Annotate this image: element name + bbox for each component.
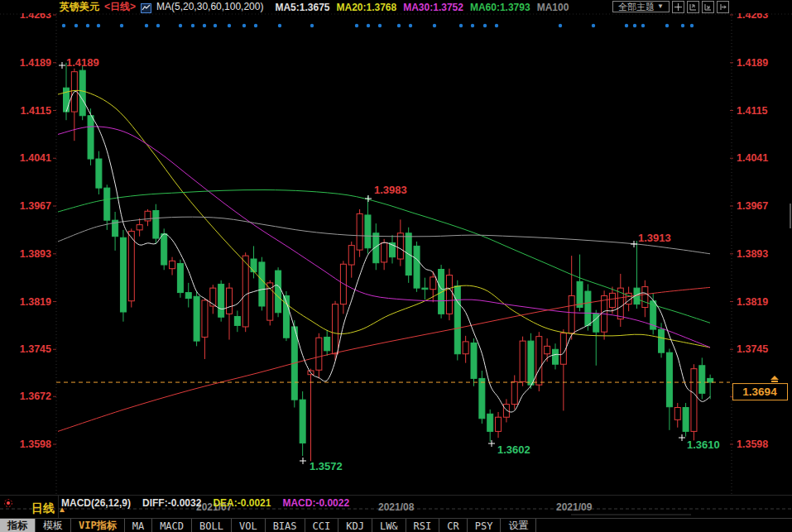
price-annotation-high-1: 1.3983: [374, 184, 407, 196]
tab-vip-indicators[interactable]: VIP指标: [71, 519, 125, 532]
signal-dot: [641, 24, 645, 27]
tab-ma[interactable]: MA: [125, 519, 152, 532]
y-axis-label-right-4: 1.3967: [737, 200, 768, 212]
ma-value-2: MA30:1.3752: [403, 2, 463, 13]
ma-value-0: MA5:1.3675: [275, 2, 329, 13]
signal-dot: [592, 24, 595, 27]
tab-cr[interactable]: CR: [439, 519, 467, 532]
y-axis-label-right-5: 1.3893: [737, 248, 768, 260]
price-annotation-low-5: 1.3610: [687, 439, 720, 451]
signal-dot: [690, 24, 694, 27]
zoom-out-tool-button[interactable]: [702, 1, 714, 13]
signal-dot: [355, 24, 358, 27]
crosshair-tool-button[interactable]: [672, 1, 684, 13]
y-axis-label-right-6: 1.3819: [737, 296, 768, 308]
extreme-cross-marker: [300, 458, 306, 464]
zoom-in-tool-button[interactable]: [687, 1, 699, 13]
ma-values-group: MA5:1.3675MA20:1.3768MA30:1.3752MA60:1.3…: [268, 0, 569, 14]
signal-dot: [145, 24, 148, 27]
ma-value-1: MA20:1.3768: [336, 2, 396, 13]
y-axis-label-left-6: 1.3819: [20, 296, 51, 308]
signal-dot: [459, 24, 463, 27]
signal-dot: [228, 24, 231, 27]
extreme-cross-marker: [59, 62, 65, 69]
date-axis-label-2: 2021/09: [556, 501, 592, 513]
macd-diff-value: DIFF:-0.0032: [142, 497, 201, 509]
ma-value-3: MA60:1.3793: [470, 2, 530, 13]
signal-dot: [62, 24, 65, 27]
y-axis-label-left-8: 1.3672: [20, 391, 51, 402]
pane-separator: [0, 495, 792, 496]
scrollbar-thumb[interactable]: [790, 204, 791, 228]
y-axis-label-right-9: 1.3598: [737, 439, 768, 450]
price-annotation-low-3: 1.3572: [310, 460, 343, 472]
signal-dot: [156, 24, 160, 27]
signal-dot: [471, 24, 474, 27]
signal-dot: [633, 24, 636, 27]
y-axis-label-left-9: 1.3598: [20, 439, 51, 450]
tab-psy[interactable]: PSY: [468, 519, 502, 532]
signal-dot: [433, 24, 436, 27]
signal-dot: [625, 24, 628, 27]
trading-app-window: 英镑美元 <日线> MA(5,20,30,60,100,200) MA5:1.3…: [0, 0, 792, 532]
theme-dropdown-button[interactable]: 全部主题 ▼: [612, 1, 670, 12]
y-axis-label-left-7: 1.3745: [20, 343, 51, 355]
y-axis-label-left-1: 1.4189: [20, 57, 51, 69]
tab-settings[interactable]: 设置: [501, 519, 536, 532]
tab-boll[interactable]: BOLL: [192, 519, 232, 532]
y-axis-label-left-4: 1.3967: [20, 200, 51, 212]
price-annotation-high-0: 1.4189: [66, 56, 99, 69]
extreme-cross-marker: [631, 241, 637, 247]
indicator-tab-bar: 指标模板VIP指标MAMACDBOLLVOLBIASCCIKDJLW&RSICR…: [0, 519, 792, 532]
signal-dot: [397, 24, 401, 27]
signal-dot: [203, 24, 206, 27]
signal-dot: [483, 24, 487, 27]
period-selector-label: 日线: [31, 501, 55, 516]
y-axis-label-right-1: 1.4189: [737, 57, 768, 69]
signal-dot: [367, 24, 370, 27]
price-annotation-low-4: 1.3602: [497, 443, 530, 456]
alert-indicator-icon[interactable]: [3, 496, 13, 506]
tab-kdj[interactable]: KDJ: [338, 519, 372, 532]
price-annotation-high-2: 1.3913: [638, 232, 671, 244]
tab-cci[interactable]: CCI: [305, 519, 339, 532]
signal-dot: [120, 24, 123, 27]
y-axis-label-right-2: 1.4115: [737, 105, 768, 117]
tab-bias[interactable]: BIAS: [266, 519, 305, 532]
signal-dot: [681, 24, 684, 27]
signal-dot: [242, 24, 246, 27]
extreme-cross-marker: [488, 440, 495, 447]
tab-rsi[interactable]: RSI: [406, 519, 440, 532]
candlestick-chart[interactable]: 1.42631.42631.41891.41891.41151.41151.40…: [0, 0, 792, 518]
tab-templates[interactable]: 模板: [36, 519, 71, 532]
chart-header-bar: 英镑美元 <日线> MA(5,20,30,60,100,200) MA5:1.3…: [0, 0, 792, 13]
macd-dea-value: DEA:-0.0021: [213, 497, 271, 509]
pan-right-tool-button[interactable]: [717, 1, 729, 13]
y-axis-label-right-3: 1.4041: [737, 152, 768, 164]
y-axis-label-left-3: 1.4041: [20, 152, 51, 164]
signal-dot: [191, 24, 194, 27]
signal-dot: [74, 24, 78, 27]
signal-dot: [86, 24, 89, 27]
y-axis-label-left-5: 1.3893: [20, 248, 51, 260]
signal-dot: [559, 24, 562, 27]
tab-vol[interactable]: VOL: [232, 519, 266, 532]
tab-macd[interactable]: MACD: [152, 519, 192, 532]
y-axis-label-left-2: 1.4115: [20, 105, 51, 117]
theme-dropdown-label: 全部主题: [618, 2, 655, 12]
macd-value: MACD:-0.0022: [282, 497, 349, 509]
ma-value-4: MA100: [537, 2, 569, 13]
signal-dot: [378, 24, 382, 27]
signal-dot: [97, 24, 100, 27]
extreme-cross-marker: [365, 195, 372, 202]
macd-pane-header: MACD(26,12,9) DIFF:-0.0032 DEA:-0.0021 M…: [61, 497, 349, 509]
date-axis-label-1: 2021/08: [378, 501, 414, 513]
line-chart-icon[interactable]: [141, 2, 151, 12]
tab-indicators[interactable]: 指标: [0, 519, 36, 532]
period-tag: <日线>: [104, 0, 136, 14]
current-price-value: 1.3694: [742, 386, 777, 398]
signal-dot: [214, 24, 217, 27]
tab-lwr[interactable]: LW&: [372, 519, 406, 532]
macd-settings-label: MACD(26,12,9): [61, 497, 131, 509]
signal-dot: [665, 24, 669, 27]
